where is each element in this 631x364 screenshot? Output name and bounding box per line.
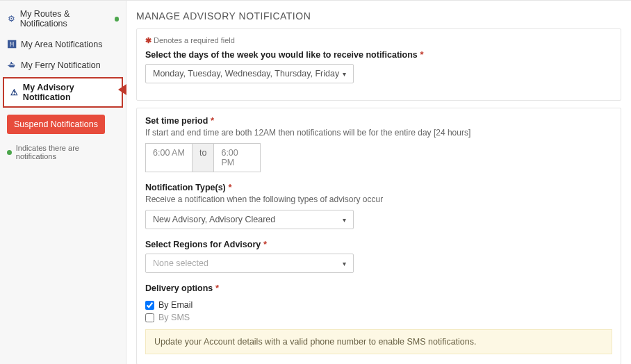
required-legend: ✱ Denotes a required field	[145, 36, 612, 45]
delivery-email-label: By Email	[158, 300, 192, 310]
sms-warning: Update your Account details with a valid…	[145, 329, 612, 354]
sidebar-item-advisory[interactable]: ⚠ My Advisory Notification	[3, 77, 123, 108]
gear-icon: ⚙	[7, 14, 16, 24]
ferry-icon: ⛴	[7, 60, 17, 70]
app-root: ⚙ My Routes & Notifications 🅼 My Area No…	[0, 0, 631, 364]
delivery-sms-checkbox[interactable]	[145, 313, 154, 322]
main-panel: Set time period * If start and end time …	[136, 108, 621, 364]
delivery-sms-row[interactable]: By SMS	[145, 313, 612, 322]
delivery-email-row[interactable]: By Email	[145, 300, 612, 310]
star-icon: *	[215, 283, 219, 293]
delivery-label: Delivery options	[145, 283, 213, 293]
sidebar-item-ferry[interactable]: ⛴ My Ferry Notification	[0, 55, 126, 76]
regions-group: Select Regions for Advisory * None selec…	[145, 239, 612, 273]
types-select[interactable]: New Advisory, Advisory Cleared ▾	[145, 210, 354, 229]
caret-down-icon: ▾	[343, 216, 346, 224]
required-legend-text: Denotes a required field	[154, 36, 235, 44]
time-subtext: If start and end time are both 12AM then…	[145, 128, 612, 138]
delivery-email-checkbox[interactable]	[145, 301, 154, 310]
sidebar: ⚙ My Routes & Notifications 🅼 My Area No…	[0, 1, 126, 364]
sidebar-item-area[interactable]: 🅼 My Area Notifications	[0, 34, 126, 55]
notification-dot-icon	[7, 150, 12, 155]
callout-arrow-icon	[118, 84, 126, 95]
days-select-value: Monday, Tuesday, Wednesday, Thursday, Fr…	[153, 69, 339, 78]
days-panel: ✱ Denotes a required field Select the da…	[136, 28, 621, 101]
types-group: Notification Type(s) * Receive a notific…	[145, 182, 612, 229]
sidebar-item-label: My Area Notifications	[21, 40, 102, 49]
star-icon: ✱	[145, 36, 151, 44]
star-icon: *	[228, 182, 231, 192]
time-row: 6:00 AM to 6:00 PM	[145, 143, 612, 172]
caret-down-icon: ▾	[343, 260, 346, 267]
regions-select[interactable]: None selected ▾	[145, 254, 354, 273]
star-icon: *	[263, 239, 267, 249]
suspend-notifications-button[interactable]: Suspend Notifications	[7, 115, 105, 134]
map-icon: 🅼	[7, 40, 17, 49]
start-time-input[interactable]: 6:00 AM	[145, 143, 192, 172]
days-label: Select the days of the week you would li…	[145, 50, 418, 60]
regions-label: Select Regions for Advisory	[145, 240, 261, 249]
sidebar-item-label: My Advisory Notification	[23, 83, 116, 102]
sidebar-item-label: My Ferry Notification	[21, 60, 101, 70]
sidebar-item-routes[interactable]: ⚙ My Routes & Notifications	[0, 3, 126, 34]
notification-dot-icon	[115, 17, 119, 22]
main-content: MANAGE ADVISORY NOTIFICATION ✱ Denotes a…	[126, 1, 631, 364]
legend-text: Indicates there are notifications	[16, 144, 119, 160]
types-subtext: Receive a notification when the followin…	[145, 195, 612, 204]
time-group: Set time period * If start and end time …	[145, 115, 612, 172]
star-icon: *	[420, 49, 423, 60]
delivery-sms-label: By SMS	[158, 313, 190, 322]
types-label: Notification Type(s)	[145, 183, 226, 192]
types-select-value: New Advisory, Advisory Cleared	[153, 215, 275, 224]
regions-select-placeholder: None selected	[153, 258, 208, 268]
delivery-group: Delivery options * By Email By SMS Updat…	[145, 283, 612, 354]
warning-icon: ⚠	[10, 88, 19, 97]
star-icon: *	[211, 115, 214, 126]
sidebar-item-label: My Routes & Notifications	[20, 9, 110, 28]
to-separator: to	[192, 143, 213, 172]
caret-down-icon: ▾	[343, 70, 346, 78]
days-select[interactable]: Monday, Tuesday, Wednesday, Thursday, Fr…	[145, 64, 354, 83]
end-time-input[interactable]: 6:00 PM	[213, 143, 261, 172]
page-title: MANAGE ADVISORY NOTIFICATION	[136, 10, 621, 22]
sidebar-legend: Indicates there are notifications	[0, 140, 126, 165]
time-label: Set time period	[145, 116, 208, 126]
